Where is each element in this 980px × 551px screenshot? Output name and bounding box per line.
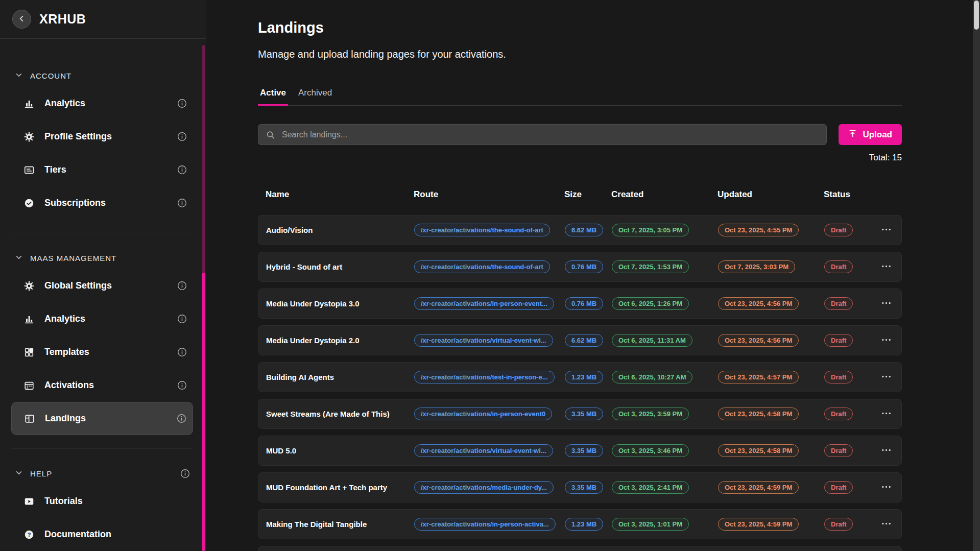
info-icon[interactable] [177,132,187,141]
sidebar-scrollbar[interactable] [202,45,205,551]
section-label: ACCOUNT [30,71,190,80]
row-menu-button[interactable] [878,479,894,496]
status-badge: Draft [824,371,853,384]
table-row: Hybrid - Sound of art/xr-creator/activat… [258,252,902,282]
route-badge[interactable]: /xr-creator/activations/test-in-person-e… [414,371,555,384]
sidebar-header: XRHUB [0,0,206,39]
templates-icon [22,347,36,358]
gear-icon [22,280,36,292]
info-icon[interactable] [177,380,187,390]
sidebar-section-header-maas-management[interactable]: MAAS MANAGEMENT [11,247,193,269]
main-content: Landings Manage and upload landing pages… [206,0,980,551]
sidebar-item-documentation[interactable]: ?Documentation [11,518,193,551]
sidebar-item-activations[interactable]: Activations [11,369,193,402]
page-subtitle: Manage and upload landing pages for your… [258,49,902,60]
sidebar-item-templates[interactable]: Templates [11,336,193,369]
updated-badge: Oct 23, 2025, 4:58 PM [718,444,799,457]
column-header-name: Name [266,189,414,200]
svg-text:?: ? [28,531,31,537]
row-menu-button[interactable] [878,222,894,239]
info-icon[interactable] [177,314,187,324]
sidebar-item-label: Activations [44,380,169,391]
page-scrollbar-thumb[interactable] [974,1,979,30]
status-badge: Draft [824,297,853,310]
row-menu-button[interactable] [878,516,894,533]
analytics-icon [22,98,36,109]
table-row: Media Under Dystopia 3.0/xr-creator/acti… [258,289,902,319]
analytics-icon [22,314,36,325]
tiers-icon [22,164,36,176]
route-badge[interactable]: /xr-creator/activations/virtual-event-wi… [414,444,553,457]
sidebar-section-header-help[interactable]: HELP [11,462,193,485]
tab-archived[interactable]: Archived [296,88,334,106]
table-row: Building AI Agents/xr-creator/activation… [258,362,902,392]
sidebar-item-subscriptions[interactable]: Subscriptions [11,186,193,220]
size-badge: 6.62 MB [565,334,603,347]
table-row: MUD Foundation Art + Tech party/xr-creat… [258,472,902,502]
question-icon: ? [22,529,36,540]
size-badge: 3.35 MB [565,444,603,457]
sidebar-item-label: Profile Settings [44,131,169,142]
sidebar-item-tiers[interactable]: Tiers [11,153,193,186]
info-icon[interactable] [177,99,187,108]
created-badge: Oct 6, 2025, 10:27 AM [612,371,692,384]
info-icon[interactable] [177,281,187,291]
updated-badge: Oct 7, 2025, 3:03 PM [718,260,795,273]
info-icon[interactable] [177,165,187,175]
table-row: Sweet Streams (Are Made of This)/xr-crea… [258,399,902,429]
created-badge: Oct 3, 2025, 3:59 PM [612,408,689,420]
info-icon[interactable] [177,347,187,357]
updated-badge: Oct 23, 2025, 4:59 PM [718,481,799,494]
row-menu-button[interactable] [878,405,894,423]
activations-icon [22,380,36,391]
route-badge[interactable]: /xr-creator/activations/virtual-event-wi… [414,334,553,347]
column-header-created: Created [611,189,718,200]
landings-icon [23,413,36,424]
sidebar-section-account: ACCOUNTAnalyticsProfile SettingsTiersSub… [11,64,193,220]
search-input[interactable] [258,124,827,145]
table-row: Audio/Vision/xr-creator/activations/the-… [258,215,902,245]
back-button[interactable] [12,10,31,29]
sidebar-item-label: Analytics [44,98,169,109]
row-name: Media Under Dystopia 2.0 [266,336,414,345]
table-header: NameRouteSizeCreatedUpdatedStatus [258,189,902,200]
page-scrollbar[interactable] [973,0,980,551]
gear-icon [22,131,36,142]
chevron-down-icon [15,71,22,80]
sidebar-item-global-settings[interactable]: Global Settings [11,269,193,302]
sidebar-item-landings[interactable]: Landings [11,402,193,435]
section-label: HELP [30,469,173,478]
ellipsis-icon [880,224,892,237]
row-menu-button[interactable] [878,258,894,276]
route-badge[interactable]: /xr-creator/activations/media-under-dy..… [414,481,554,494]
row-name: MUD Foundation Art + Tech party [266,483,414,492]
row-menu-button[interactable] [878,332,894,349]
status-badge: Draft [824,224,853,236]
sidebar-section-maas-management: MAAS MANAGEMENTGlobal SettingsAnalyticsT… [11,233,193,435]
tab-active[interactable]: Active [258,88,288,106]
created-badge: Oct 3, 2025, 2:41 PM [612,481,689,494]
row-menu-button[interactable] [878,369,894,386]
created-badge: Oct 3, 2025, 1:01 PM [612,518,689,531]
route-badge[interactable]: /xr-creator/activations/in-person-event.… [414,297,554,310]
sidebar-item-analytics[interactable]: Analytics [11,87,193,120]
ellipsis-icon [880,260,892,274]
route-badge[interactable]: /xr-creator/activations/the-sound-of-art [414,224,550,236]
row-menu-button[interactable] [878,295,894,313]
info-icon[interactable] [177,198,187,208]
upload-button[interactable]: Upload [839,124,902,145]
chevron-down-icon [15,254,22,262]
info-icon[interactable] [177,414,186,423]
route-badge[interactable]: /xr-creator/activations/the-sound-of-art [414,260,550,273]
row-name: Media Under Dystopia 3.0 [266,299,414,308]
row-menu-button[interactable] [878,442,894,460]
sidebar-item-tutorials[interactable]: Tutorials [11,485,193,518]
sidebar-section-header-account[interactable]: ACCOUNT [11,64,193,87]
sidebar-item-analytics[interactable]: Analytics [11,302,193,336]
info-icon[interactable] [180,469,190,478]
sidebar-scrollbar-thumb[interactable] [202,273,205,551]
route-badge[interactable]: /xr-creator/activations/in-person-activa… [414,518,556,531]
route-badge[interactable]: /xr-creator/activations/in-person-event0 [414,408,552,420]
sidebar-item-profile-settings[interactable]: Profile Settings [11,120,193,153]
row-name: MUD 5.0 [266,446,414,455]
